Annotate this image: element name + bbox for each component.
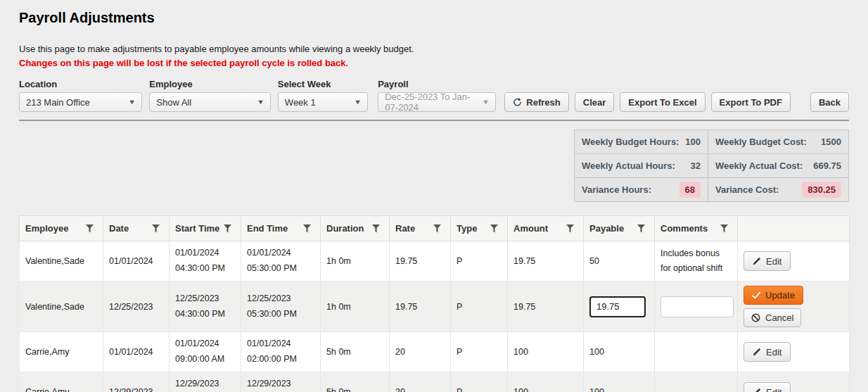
edit-button-label: Edit [766, 347, 781, 358]
clear-button-label: Clear [583, 97, 606, 108]
edit-button[interactable]: Edit [743, 382, 791, 392]
select-week-select[interactable]: Week 1 ▼ [278, 92, 368, 112]
column-header-payable: Payable [584, 216, 655, 241]
location-label: Location [19, 79, 142, 89]
cell-type: P [451, 332, 508, 372]
edit-button-label: Edit [766, 387, 781, 392]
update-button[interactable]: Update [743, 286, 803, 305]
chevron-down-icon: ▼ [482, 99, 490, 106]
export-to-excel-button[interactable]: Export To Excel [620, 92, 705, 112]
cell-duration: 5h 0m [321, 332, 390, 372]
cell-payable: 100 [584, 332, 655, 372]
select-week-selected-value: Week 1 [285, 97, 316, 108]
filter-icon[interactable] [86, 225, 94, 233]
weekly-budget-cost-label: Weekly Budget Cost: [715, 137, 807, 147]
weekly-actual-hours-value: 32 [691, 160, 701, 171]
cell-date: 12/25/2023 [103, 282, 170, 332]
variance-hours-label: Variance Hours: [582, 184, 651, 195]
cell-start-time: 01/01/202404:30:00 PM [170, 241, 241, 282]
filter-toolbar: Location 213 Main Office ▼ Employee Show… [19, 79, 849, 112]
cell-amount: 100 [508, 372, 584, 392]
variance-cost-label: Variance Cost: [715, 184, 779, 195]
refresh-button[interactable]: Refresh [504, 92, 568, 112]
cell-type: P [451, 372, 508, 392]
filter-icon[interactable] [433, 225, 441, 233]
cell-employee: Carrie,Amy [20, 332, 103, 372]
cell-start-time: 12/29/202309:00:00 AM [170, 372, 241, 392]
cell-employee: Valentine,Sade [20, 241, 103, 282]
employee-label: Employee [149, 79, 271, 89]
cell-rate: 20 [390, 332, 451, 372]
cell-actions: Update Cancel [738, 282, 850, 332]
payroll-grid-section: Employee Date Start Time End Time Durati… [19, 215, 849, 392]
cell-actions: Edit [738, 332, 850, 372]
chevron-down-icon: ▼ [257, 99, 264, 106]
column-header-amount: Amount [508, 216, 584, 241]
column-header-end-time: End Time [241, 216, 321, 241]
cell-payable: 100 [584, 372, 655, 392]
select-week-field: Select Week Week 1 ▼ [278, 79, 368, 112]
payroll-field: Payroll Dec-25-2023 To Jan-07-2024 ▼ [378, 79, 496, 112]
cell-comments: Includes bonus for optional shift [655, 241, 738, 282]
cell-comments-edit [655, 282, 738, 332]
filter-icon[interactable] [720, 225, 728, 233]
edit-button[interactable]: Edit [743, 251, 791, 271]
refresh-button-label: Refresh [526, 97, 560, 108]
divider [19, 120, 849, 121]
location-select[interactable]: 213 Main Office ▼ [19, 92, 142, 112]
cell-comments [655, 332, 738, 372]
cell-type: P [451, 282, 508, 332]
page-warning: Changes on this page will be lost if the… [19, 57, 849, 70]
cell-comments [655, 372, 738, 392]
filter-icon[interactable] [372, 225, 380, 233]
refresh-icon [513, 98, 522, 107]
payroll-grid: Employee Date Start Time End Time Durati… [19, 215, 850, 392]
cell-rate: 20 [390, 372, 451, 392]
filter-icon[interactable] [637, 225, 645, 233]
table-row: Carrie,Amy 01/01/2024 01/01/202409:00:00… [20, 332, 850, 372]
edit-button-label: Edit [766, 256, 781, 267]
export-to-pdf-button[interactable]: Export To PDF [711, 92, 791, 112]
payroll-label: Payroll [378, 79, 496, 89]
filter-icon[interactable] [566, 225, 574, 233]
edit-button[interactable]: Edit [743, 342, 791, 362]
filter-icon[interactable] [224, 225, 231, 233]
cell-employee: Carrie,Amy [20, 372, 103, 392]
table-row: Valentine,Sade 01/01/2024 01/01/202404:3… [20, 241, 850, 282]
select-week-label: Select Week [278, 79, 368, 89]
filter-icon[interactable] [152, 225, 160, 233]
variance-hours-badge: 68 [679, 182, 701, 198]
cell-date: 01/01/2024 [103, 241, 170, 282]
variance-cost-badge: 830.25 [802, 182, 841, 198]
cell-employee: Valentine,Sade [20, 282, 103, 332]
filter-icon[interactable] [303, 225, 311, 233]
cell-duration: 5h 0m [321, 372, 390, 392]
comments-input[interactable] [660, 296, 734, 317]
cell-payable: 50 [584, 241, 655, 282]
payroll-selected-value: Dec-25-2023 To Jan-07-2024 [385, 91, 483, 113]
cancel-button[interactable]: Cancel [743, 308, 801, 327]
back-button-label: Back [819, 97, 841, 108]
column-header-date: Date [103, 216, 170, 241]
clear-button[interactable]: Clear [575, 92, 615, 112]
cell-end-time: 12/29/202302:00:00 PM [241, 372, 321, 392]
column-header-duration: Duration [321, 216, 390, 241]
weekly-actual-hours-label: Weekly Actual Hours: [582, 160, 675, 171]
grid-header-row: Employee Date Start Time End Time Durati… [20, 216, 850, 241]
pencil-icon [753, 257, 761, 265]
back-button[interactable]: Back [810, 92, 849, 112]
employee-field: Employee Show All ▼ [149, 79, 271, 112]
cell-duration: 1h 0m [321, 241, 390, 282]
weekly-actual-cost-label: Weekly Actual Cost: [715, 160, 803, 171]
cell-amount: 19.75 [508, 241, 584, 282]
pencil-icon [753, 388, 761, 392]
employee-select[interactable]: Show All ▼ [149, 92, 271, 112]
summary-row: Weekly Budget Hours: 100 Weekly Budget C… [575, 130, 849, 154]
filter-icon[interactable] [490, 225, 498, 233]
payable-input[interactable] [589, 296, 646, 317]
weekly-actual-cost-value: 669.75 [813, 160, 841, 171]
cancel-button-label: Cancel [765, 312, 793, 323]
column-header-actions [738, 216, 850, 241]
table-row-editing: Valentine,Sade 12/25/2023 12/25/202304:3… [20, 282, 850, 332]
location-selected-value: 213 Main Office [26, 97, 90, 108]
